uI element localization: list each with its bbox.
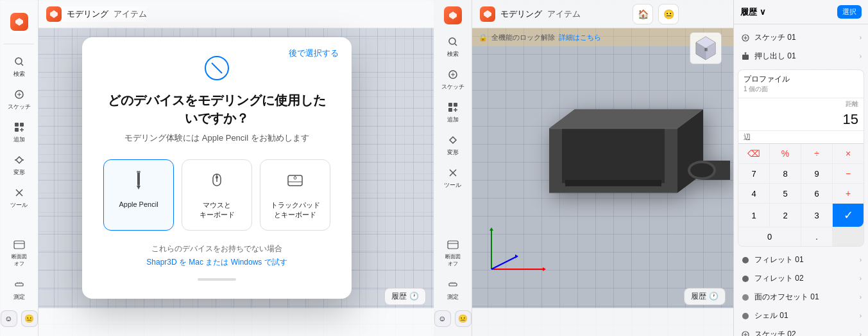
trackpad-icon [285, 170, 305, 195]
right-section-icon [446, 238, 460, 252]
svg-line-36 [455, 44, 457, 46]
props-item-extrude01-label: 押し出し 01 [754, 51, 856, 62]
calc-grid: ⌫ % ÷ × 7 8 9 − 4 5 6 + 1 2 [738, 143, 864, 246]
props-item-fillet01-label: フィレット 01 [754, 254, 856, 265]
calc-profile-label: プロファイル [744, 74, 858, 85]
option-mouse-keyboard-label: マウスと キーボード [200, 200, 235, 220]
props-item-sketch02[interactable]: スケッチ 02 › [734, 325, 868, 336]
right-face-btn[interactable]: 😐 [455, 310, 472, 327]
option-apple-pencil-label: Apple Pencil [119, 200, 158, 208]
calc-btn-1[interactable]: 1 [738, 204, 769, 227]
top-center-icons: 🏠 😐 [633, 4, 679, 24]
calc-btn-9[interactable]: 9 [801, 164, 832, 183]
sketch01-icon [740, 33, 751, 43]
calc-btn-percent[interactable]: % [770, 144, 801, 163]
calc-btn-3[interactable]: 3 [801, 204, 832, 227]
history-label-right: 履歴 [691, 291, 706, 302]
calc-distance-row: 距離 [738, 98, 864, 109]
calc-btn-8[interactable]: 8 [770, 164, 801, 183]
mouse-icon [207, 170, 227, 195]
props-item-fillet02[interactable]: フィレット 02 › [734, 269, 868, 288]
history-btn-right[interactable]: 履歴 🕐 [684, 288, 726, 305]
sketch02-icon [740, 330, 751, 337]
props-chevron: ∨ [760, 7, 766, 17]
props-select-btn[interactable]: 選択 [837, 5, 862, 19]
extrude01-arrow: › [860, 53, 862, 60]
lock-icon: 🔒 [479, 33, 488, 42]
right-app-logo [444, 6, 462, 24]
props-item-face-offset[interactable]: 面のオフセット 01 › [734, 288, 868, 306]
unlock-text: 全機能のロック解除 [491, 33, 555, 42]
svg-line-62 [491, 256, 517, 269]
face-icon-btn[interactable]: 😐 [658, 4, 679, 24]
right-smiley-btn[interactable]: ☺ [434, 310, 451, 327]
option-mouse-keyboard[interactable]: マウスと キーボード [182, 159, 252, 231]
svg-rect-41 [454, 103, 457, 107]
props-item-shell01[interactable]: シェル 01 › [734, 306, 868, 325]
right-sidebar-tools-label: ツール [444, 181, 461, 190]
modal-scrollbar [103, 278, 331, 281]
right-sidebar-item-add[interactable]: 追加 [434, 96, 472, 128]
svg-point-32 [294, 177, 296, 179]
modal-title: どのデバイスをモデリングに使用したいですか？ [103, 91, 331, 127]
right-sidebar-item-sketch[interactable]: スケッチ [434, 64, 472, 95]
modal-footer-link[interactable]: Shapr3D を Mac または Windows で試す [103, 257, 331, 268]
right-sidebar-section[interactable]: 断面図 オフ [434, 234, 472, 271]
props-item-sketch01[interactable]: スケッチ 01 › [734, 28, 868, 47]
calc-btn-minus[interactable]: − [833, 164, 864, 183]
svg-point-35 [449, 38, 455, 44]
props-item-extrude01[interactable]: 押し出し 01 › [734, 47, 868, 66]
svg-rect-42 [448, 108, 452, 112]
svg-rect-49 [449, 283, 457, 286]
svg-text:前: 前 [704, 48, 708, 51]
calc-btn-4[interactable]: 4 [738, 184, 769, 203]
modal-skip-btn[interactable]: 後で選択する [289, 48, 339, 59]
shell01-icon [740, 311, 751, 321]
right-sidebar-item-search[interactable]: 検索 [434, 31, 472, 62]
props-title-row: 履歴 ∨ [740, 6, 766, 18]
svg-point-57 [690, 163, 713, 177]
props-item-shell01-label: シェル 01 [754, 310, 856, 321]
svg-marker-25 [137, 186, 140, 190]
top-bar-right: モデリング アイテム 🏠 😐 [472, 0, 733, 28]
calc-btn-enter[interactable]: ✓ [833, 204, 864, 227]
extrude01-icon [740, 51, 751, 62]
calc-btn-6[interactable]: 6 [801, 184, 832, 203]
calc-btn-7[interactable]: 7 [738, 164, 769, 183]
right-measure-icon [446, 278, 460, 292]
cube-nav-inner: 前 [690, 32, 722, 64]
sketch01-arrow: › [860, 34, 862, 41]
calc-btn-backspace[interactable]: ⌫ [738, 144, 769, 163]
calc-btn-0[interactable]: 0 [738, 227, 801, 246]
right-sidebar-add-label: 追加 [447, 116, 459, 124]
unlock-link[interactable]: 詳細はこちら [559, 33, 601, 42]
pencil-icon [128, 170, 149, 195]
right-sidebar-nav: 検索 スケッチ 追加 変形 [434, 31, 472, 193]
calc-btn-plus[interactable]: + [833, 184, 864, 203]
properties-panel: 履歴 ∨ 選択 スケッチ 01 › 押し出し 01 › [733, 0, 868, 336]
modal-footer-text: これらのデバイスをお持ちでない場合 [103, 243, 331, 254]
right-sidebar-sketch-label: スケッチ [441, 83, 464, 91]
svg-marker-64 [489, 227, 493, 231]
calc-display: 15 [738, 109, 864, 131]
right-sidebar-item-tools[interactable]: ツール [434, 162, 472, 193]
option-trackpad-keyboard[interactable]: トラックパッド とキーボード [260, 159, 330, 231]
right-sidebar-measure[interactable]: 測定 [434, 274, 472, 305]
calc-btn-5[interactable]: 5 [770, 184, 801, 203]
calc-btn-2[interactable]: 2 [770, 204, 801, 227]
svg-point-74 [742, 276, 749, 282]
props-item-sketch02-label: スケッチ 02 [754, 329, 856, 336]
svg-marker-65 [515, 254, 518, 258]
calc-profile-info: 1 個の面 [744, 85, 858, 94]
cube-navigator[interactable]: 前 [690, 32, 728, 71]
props-item-fillet01[interactable]: フィレット 01 › [734, 251, 868, 269]
props-item-sketch01-label: スケッチ 01 [754, 32, 856, 43]
calc-btn-multiply[interactable]: × [833, 144, 864, 163]
modal-subtitle: モデリング体験には Apple Pencil をお勧めします [103, 132, 331, 144]
calc-btn-divide[interactable]: ÷ [801, 144, 832, 163]
home-icon-btn[interactable]: 🏠 [633, 4, 653, 24]
right-sidebar-item-transform[interactable]: 変形 [434, 129, 472, 161]
calc-btn-dot[interactable]: . [801, 227, 832, 246]
modal-circle-icon [103, 55, 331, 81]
option-apple-pencil[interactable]: Apple Pencil [103, 159, 174, 231]
